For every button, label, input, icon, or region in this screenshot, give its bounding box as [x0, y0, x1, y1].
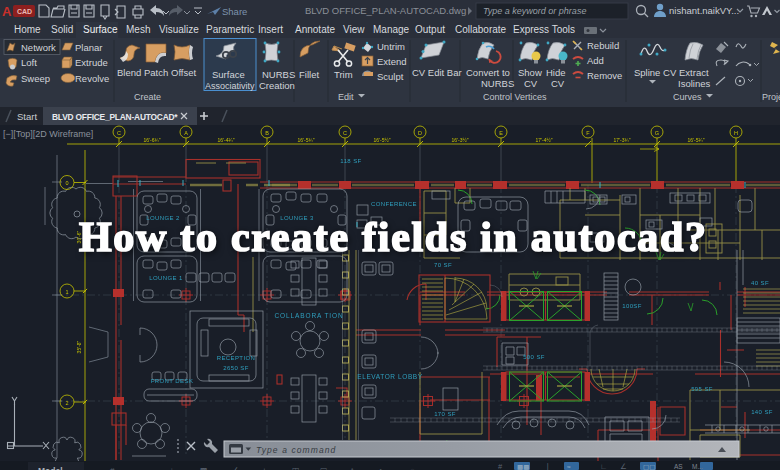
svg-text:Patch: Patch	[144, 67, 168, 78]
svg-text:Fillet: Fillet	[299, 69, 319, 80]
svg-text:▢▢: ▢▢	[643, 463, 655, 470]
svg-text:···: ···	[135, 466, 143, 470]
svg-text:Revolve: Revolve	[75, 73, 109, 84]
svg-text:C: C	[343, 130, 347, 136]
svg-text:118 SF: 118 SF	[340, 158, 361, 164]
svg-text:RECEPTION: RECEPTION	[217, 355, 256, 361]
svg-text:16'-5½": 16'-5½"	[374, 137, 391, 143]
svg-text:BLVD OFFICE_PLAN-AUTOCAD.dwg: BLVD OFFICE_PLAN-AUTOCAD.dwg	[305, 5, 466, 16]
svg-text:∣: ∣	[546, 462, 550, 470]
svg-text:nishant.naikVY...: nishant.naikVY...	[669, 5, 739, 16]
svg-text:Associativity: Associativity	[205, 81, 255, 91]
svg-text:40 SF: 40 SF	[751, 280, 769, 286]
svg-text:AS: AS	[674, 463, 683, 470]
svg-text:CV: CV	[551, 78, 565, 89]
svg-text:17'-4½": 17'-4½"	[536, 137, 553, 143]
svg-text:16'-6¾": 16'-6¾"	[144, 137, 161, 143]
svg-text:16'-5¼": 16'-5¼"	[688, 137, 705, 143]
svg-text:595 SF: 595 SF	[691, 386, 713, 392]
svg-text:Untrim: Untrim	[377, 41, 405, 52]
svg-text:Create: Create	[134, 92, 161, 102]
svg-text:A: A	[184, 130, 188, 136]
svg-text:Sweep: Sweep	[21, 73, 50, 84]
svg-text:Rebuild: Rebuild	[587, 40, 619, 51]
svg-text:[−][Top][2D Wireframe]: [−][Top][2D Wireframe]	[3, 129, 93, 139]
svg-text:▩: ▩	[200, 466, 208, 470]
svg-text:D: D	[418, 130, 422, 136]
svg-text:Extrude: Extrude	[75, 57, 108, 68]
svg-text:G: G	[655, 130, 659, 136]
svg-text:Extract: Extract	[679, 67, 709, 78]
svg-text:Model: Model	[38, 466, 63, 470]
svg-text:≈: ≈	[567, 463, 571, 470]
svg-text:E: E	[499, 130, 503, 136]
svg-text:Trim: Trim	[334, 69, 353, 80]
svg-text:▸: ▸	[380, 466, 384, 470]
svg-text:NURBS: NURBS	[262, 69, 295, 80]
svg-text:H: H	[734, 130, 738, 136]
svg-text:#: #	[110, 466, 115, 470]
svg-text:Creation: Creation	[259, 80, 295, 91]
svg-text:Type a keyword or phrase: Type a keyword or phrase	[483, 6, 586, 16]
svg-text:+: +	[262, 466, 267, 470]
svg-text:2: 2	[65, 400, 68, 406]
svg-text:2650 SF: 2650 SF	[223, 365, 248, 371]
svg-text:Start: Start	[17, 111, 37, 122]
svg-text:LOUNGE 1: LOUNGE 1	[149, 275, 183, 281]
svg-text:◫: ◫	[292, 466, 300, 470]
svg-text:M...: M...	[692, 463, 703, 470]
svg-text:1: 1	[65, 289, 68, 295]
svg-text:Control Vertices: Control Vertices	[483, 92, 547, 102]
svg-text:Convert to: Convert to	[466, 67, 510, 78]
svg-text:17'-3¾": 17'-3¾"	[614, 137, 631, 143]
svg-text:Remove: Remove	[587, 70, 622, 81]
svg-text:◌: ◌	[410, 466, 415, 470]
svg-text:COLLABORA TION: COLLABORA TION	[274, 312, 343, 319]
svg-text:Proje: Proje	[762, 92, 780, 102]
svg-text:Isolines: Isolines	[678, 78, 710, 89]
svg-text:B: B	[265, 130, 269, 136]
svg-text:CONFERENCE: CONFERENCE	[371, 201, 417, 207]
svg-text:16'-3½": 16'-3½"	[452, 137, 469, 143]
svg-text:∠: ∠	[620, 462, 627, 470]
svg-text:0: 0	[65, 180, 68, 186]
svg-text:500 SF: 500 SF	[523, 354, 545, 360]
svg-text:Blend: Blend	[117, 67, 141, 78]
svg-text:FRONT DESK: FRONT DESK	[151, 378, 194, 384]
svg-text:A: A	[2, 4, 12, 19]
svg-text:CV Edit Bar: CV Edit Bar	[412, 67, 462, 78]
svg-text:Loft: Loft	[21, 57, 37, 68]
svg-text:▩▩: ▩▩	[517, 463, 529, 470]
svg-text:∟: ∟	[170, 466, 178, 470]
svg-text:Offset: Offset	[171, 67, 197, 78]
svg-text:Network: Network	[21, 42, 56, 53]
svg-text:CV: CV	[524, 78, 538, 89]
svg-text:Spline CV: Spline CV	[634, 67, 677, 78]
svg-text:Hide: Hide	[546, 67, 566, 78]
svg-text:∟: ∟	[600, 462, 607, 470]
svg-text:100SF: 100SF	[622, 303, 642, 309]
svg-text:∠: ∠	[232, 466, 239, 470]
svg-text:Curves: Curves	[673, 92, 702, 102]
svg-text:70 SF: 70 SF	[434, 262, 452, 268]
svg-text:CAD: CAD	[17, 8, 32, 15]
svg-text:↕: ↕	[350, 466, 354, 470]
svg-text:Sculpt: Sculpt	[377, 71, 404, 82]
svg-text:Surface: Surface	[212, 69, 245, 80]
svg-text:NURBS: NURBS	[481, 78, 514, 89]
svg-text:Add: Add	[587, 55, 604, 66]
svg-text:Share: Share	[222, 6, 247, 17]
svg-text:Extend: Extend	[377, 56, 407, 67]
svg-text:Edit: Edit	[338, 92, 354, 102]
svg-text:C: C	[117, 130, 121, 136]
svg-text:16'-4¼": 16'-4¼"	[218, 137, 235, 143]
svg-text:BLVD OFFICE_PLAN-AUTOCAD*: BLVD OFFICE_PLAN-AUTOCAD*	[52, 112, 178, 122]
svg-text:16'-5¾": 16'-5¾"	[298, 137, 315, 143]
svg-text:Type a command: Type a command	[256, 445, 336, 455]
svg-text:Planar: Planar	[75, 42, 102, 53]
svg-text:Show: Show	[518, 67, 542, 78]
svg-text:▢: ▢	[320, 466, 328, 470]
svg-text:140 SF: 140 SF	[751, 409, 773, 415]
svg-text:35'-8": 35'-8"	[76, 340, 82, 353]
svg-text:170 SF: 170 SF	[434, 411, 456, 417]
